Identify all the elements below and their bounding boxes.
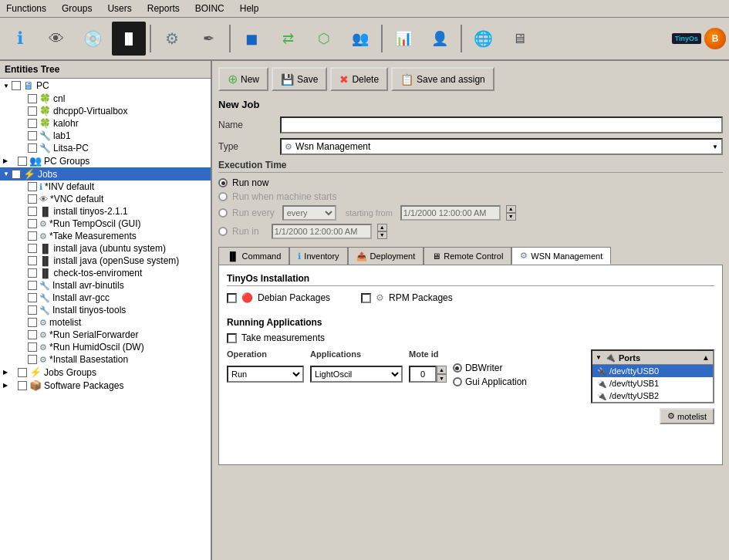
tree-item-install-tinyos-tools[interactable]: 🔧 Install tinyos-tools [0, 304, 211, 316]
starting-from-down[interactable]: ▼ [506, 213, 516, 221]
terminal-toolbar-btn[interactable]: ▐▌ [112, 22, 146, 56]
mote-id-input[interactable] [409, 366, 437, 383]
port-item-usb0[interactable]: 🔌 /dev/ttyUSB0 [592, 365, 713, 377]
eye-toolbar-btn[interactable]: 👁 [39, 22, 73, 56]
cube-toolbar-btn[interactable]: ◼ [235, 22, 268, 56]
checkbox-take-measurements[interactable] [28, 231, 37, 241]
tree-item-run-serialforwarder[interactable]: ⚙ *Run SerialForwarder [0, 329, 211, 341]
checkbox-litsa[interactable] [28, 143, 37, 153]
checkbox-lab1[interactable] [28, 131, 37, 140]
mote-up[interactable]: ▲ [437, 366, 447, 374]
tab-command[interactable]: ▐▌ Command [218, 247, 289, 265]
starting-from-up[interactable]: ▲ [506, 205, 516, 213]
tree-item-software-packages[interactable]: ▶ 📦 Software Packages [0, 379, 211, 392]
tree-item-install-basestation[interactable]: ⚙ *Install Basestation [0, 353, 211, 366]
run-in-radio[interactable] [218, 227, 228, 236]
tree-item-take-measurements[interactable]: ⚙ *Take Measurements [0, 230, 211, 242]
run-in-input[interactable] [272, 224, 372, 239]
checkbox-software-packages[interactable] [18, 381, 27, 390]
pencil-toolbar-btn[interactable]: ✒ [191, 22, 225, 56]
checkbox-pc-groups[interactable] [18, 157, 27, 166]
tree-item-pc-groups[interactable]: ▶ 👥 PC Groups [0, 154, 211, 167]
checkbox-check-tos[interactable] [28, 268, 37, 278]
checkbox-inv[interactable] [28, 182, 37, 191]
tree-item-run-humidoscil[interactable]: ⚙ *Run HumidOscil (DW) [0, 341, 211, 353]
type-select[interactable]: ⚙ Wsn Management ▼ [280, 138, 723, 155]
checkbox-jobs-groups[interactable] [18, 368, 27, 377]
operation-select[interactable]: Run [227, 366, 304, 383]
ports-scrollup[interactable]: ▲ [702, 353, 710, 362]
port-item-usb2[interactable]: 🔌 /dev/ttyUSB2 [592, 390, 713, 402]
pc-toolbar-btn[interactable]: 🖥 [502, 22, 536, 56]
menu-groups[interactable]: Groups [59, 2, 95, 15]
run-in-up[interactable]: ▲ [377, 224, 387, 231]
application-select[interactable]: LightOscil [310, 366, 403, 383]
tree-item-install-tinyos[interactable]: ▐▌ install tinyos-2.1.1 [0, 205, 211, 218]
users-toolbar-btn[interactable]: 👤 [423, 22, 457, 56]
tree-item-install-avr-binutils[interactable]: 🔧 Install avr-binutils [0, 279, 211, 292]
port-item-usb1[interactable]: 🔌 /dev/ttyUSB1 [592, 377, 713, 390]
save-assign-button[interactable]: 📋 Save and assign [391, 67, 494, 91]
tab-remote-control[interactable]: 🖥 Remote Control [424, 247, 511, 265]
disk-toolbar-btn[interactable]: 💿 [76, 22, 110, 56]
checkbox-cnl[interactable] [28, 94, 37, 103]
checkbox-basestation[interactable] [28, 355, 37, 364]
tree-item-install-java-opensuse[interactable]: ▐▌ install java (openSuse system) [0, 255, 211, 267]
run-now-radio[interactable] [218, 178, 228, 187]
delete-button[interactable]: ✖ Delete [330, 67, 388, 91]
tab-deployment[interactable]: 📤 Deployment [348, 247, 424, 265]
checkbox-pc[interactable] [12, 81, 21, 90]
globe-toolbar-btn[interactable]: 🌐 [466, 22, 500, 56]
tree-item-motelist[interactable]: ⚙ motelist [0, 316, 211, 329]
checkbox-run-temposcil[interactable] [28, 219, 37, 228]
tree-item-vnc-default[interactable]: 👁 *VNC default [0, 193, 211, 205]
menu-functions[interactable]: Functions [3, 2, 49, 15]
checkbox-avr-binutils[interactable] [28, 281, 37, 290]
checkbox-jobs[interactable] [12, 170, 21, 179]
rpm-checkbox[interactable] [361, 293, 371, 303]
network-toolbar-btn[interactable]: ⬡ [307, 22, 341, 56]
run-in-down[interactable]: ▼ [377, 231, 387, 239]
chart-toolbar-btn[interactable]: 📊 [386, 22, 420, 56]
run-every-select[interactable]: every [282, 205, 336, 221]
tree-item-inv-default[interactable]: ℹ *INV default [0, 180, 211, 193]
tree-item-jobs[interactable]: ▼ ⚡ Jobs [0, 167, 211, 180]
checkbox-dhcpp0[interactable] [28, 106, 37, 116]
settings-toolbar-btn[interactable]: ⚙ [155, 22, 189, 56]
checkbox-kalohr[interactable] [28, 119, 37, 128]
mote-down[interactable]: ▼ [437, 374, 447, 383]
name-input[interactable] [280, 116, 723, 133]
dbwriter-radio[interactable] [453, 363, 462, 373]
tree-item-install-java-ubuntu[interactable]: ▐▌ install java (ubuntu system) [0, 242, 211, 255]
run-when-starts-radio[interactable] [218, 192, 228, 201]
new-button[interactable]: ⊕ New [218, 67, 268, 91]
menu-help[interactable]: Help [237, 2, 262, 15]
tree-item-check-tos-env[interactable]: ▐▌ check-tos-enviroment [0, 267, 211, 279]
motelist-button[interactable]: ⚙ motelist [660, 408, 714, 424]
tree-item-pc[interactable]: ▼ 🖥 PC [0, 79, 211, 93]
run-every-radio[interactable] [218, 208, 228, 218]
menu-boinc[interactable]: BOINC [192, 2, 228, 15]
starting-from-input[interactable] [400, 205, 501, 221]
checkbox-serial[interactable] [28, 330, 37, 339]
group-toolbar-btn[interactable]: 👥 [343, 22, 377, 56]
take-measurements-checkbox[interactable] [227, 333, 237, 343]
tree-item-cnl[interactable]: 🍀 cnl [0, 93, 211, 105]
checkbox-java-ubuntu[interactable] [28, 244, 37, 253]
tree-item-lab1[interactable]: 🔧 lab1 [0, 130, 211, 142]
checkbox-vnc[interactable] [28, 194, 37, 204]
checkbox-avr-gcc[interactable] [28, 293, 37, 302]
checkbox-java-opensuse[interactable] [28, 256, 37, 265]
tree-item-jobs-groups[interactable]: ▶ ⚡ Jobs Groups [0, 366, 211, 379]
debian-checkbox[interactable] [227, 293, 237, 303]
save-button[interactable]: 💾 Save [272, 67, 327, 91]
gui-app-radio[interactable] [453, 377, 462, 386]
tab-inventory[interactable]: ℹ Inventory [289, 247, 347, 265]
info-toolbar-btn[interactable]: ℹ [3, 22, 37, 56]
checkbox-install-tinyos[interactable] [28, 207, 37, 216]
tree-item-litsa[interactable]: 🔧 Litsa-PC [0, 142, 211, 154]
arrows-toolbar-btn[interactable]: ⇄ [271, 22, 305, 56]
menu-reports[interactable]: Reports [144, 2, 183, 15]
tree-item-dhcpp0[interactable]: 🍀 dhcpp0-Virtualbox [0, 105, 211, 117]
checkbox-tinyos-tools[interactable] [28, 305, 37, 315]
